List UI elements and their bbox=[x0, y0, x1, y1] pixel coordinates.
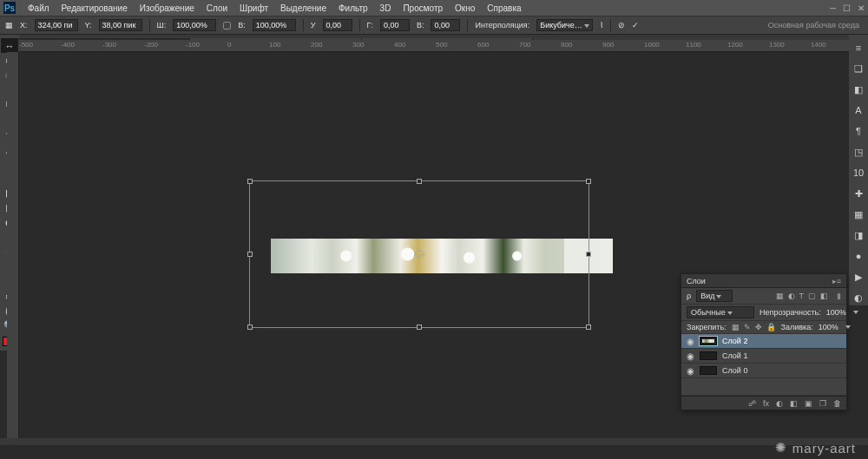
ruler-tick: -500 bbox=[19, 41, 33, 49]
panel-1-icon[interactable]: ≡ bbox=[851, 40, 866, 56]
opt-h-field[interactable]: 100,00% bbox=[253, 19, 296, 31]
opt-x-field[interactable]: 324,00 пи bbox=[35, 19, 78, 31]
filter-type-icon[interactable]: T bbox=[799, 292, 805, 300]
menu-select[interactable]: Выделение bbox=[280, 3, 326, 13]
ruler-tick: 500 bbox=[436, 41, 447, 49]
panel-6-icon[interactable]: ◳ bbox=[851, 144, 866, 160]
layers-panel-footer: ☍fx◐◧▣❐🗑 bbox=[681, 396, 846, 410]
menu-layers[interactable]: Слои bbox=[207, 3, 227, 13]
layer-mask-icon[interactable]: ◐ bbox=[776, 399, 783, 408]
transform-handle-tm[interactable] bbox=[417, 179, 422, 184]
panel-2-icon[interactable]: ❑ bbox=[851, 61, 866, 76]
delete-layer-icon[interactable]: 🗑 bbox=[833, 399, 841, 408]
panel-dock: ≡❑◧A¶◳10✚▦◨●▶◐ bbox=[849, 35, 868, 305]
fill-value[interactable]: 100% bbox=[819, 323, 838, 331]
layers-panel-title[interactable]: Слои ▸≡ bbox=[681, 274, 846, 288]
filter-shape-icon[interactable]: ▢ bbox=[808, 292, 816, 300]
layer-visibility-icon[interactable]: ◉ bbox=[687, 366, 694, 376]
cancel-transform-icon[interactable]: ⊘ bbox=[618, 21, 625, 30]
layer-filter-dropdown[interactable]: Вид bbox=[696, 290, 733, 302]
menu-view[interactable]: Просмотр bbox=[403, 3, 443, 13]
opt-angle-field[interactable]: 0,00 bbox=[323, 19, 352, 31]
transform-handle-br[interactable] bbox=[586, 325, 591, 330]
lock-position-icon[interactable]: ✥ bbox=[755, 323, 762, 331]
panel-11-icon[interactable]: ● bbox=[851, 248, 866, 264]
menu-filter[interactable]: Фильтр bbox=[339, 3, 368, 13]
layer-visibility-icon[interactable]: ◉ bbox=[687, 351, 694, 361]
layer-thumbnail[interactable] bbox=[700, 366, 717, 375]
menu-help[interactable]: Справка bbox=[487, 3, 521, 13]
layer-group-icon[interactable]: ▣ bbox=[805, 399, 812, 408]
commit-transform-icon[interactable]: ✓ bbox=[632, 21, 639, 30]
ruler-tick: 1300 bbox=[769, 41, 785, 49]
layer-filter-type-icon[interactable]: ρ bbox=[687, 292, 691, 300]
warp-mode-icon[interactable]: ⌇ bbox=[600, 21, 603, 30]
options-bar: ▦ X: 324,00 пи Y: 38,00 пик Ш: 100,00% В… bbox=[0, 16, 868, 35]
panel-13-icon[interactable]: ◐ bbox=[851, 290, 866, 305]
opt-w-field[interactable]: 100,00% bbox=[173, 19, 216, 31]
menu-edit[interactable]: Редактирование bbox=[62, 3, 128, 13]
fill-dropdown-icon[interactable] bbox=[845, 325, 851, 329]
lock-paint-icon[interactable]: ✎ bbox=[744, 323, 751, 331]
window-minimize-icon[interactable]: ─ bbox=[830, 3, 836, 13]
lock-all-icon[interactable]: 🔒 bbox=[766, 323, 776, 331]
opt-angle-label: У bbox=[311, 21, 316, 30]
transform-handle-tr[interactable] bbox=[586, 179, 591, 184]
transform-handle-bm[interactable] bbox=[417, 325, 422, 330]
ruler-vertical bbox=[7, 52, 19, 438]
opt-skew-v-field[interactable]: 0,00 bbox=[431, 19, 460, 31]
transform-reference-icon[interactable]: ▦ bbox=[5, 21, 13, 30]
lock-pixels-icon[interactable]: ▦ bbox=[732, 323, 740, 331]
filter-toggle-icon[interactable]: ▮ bbox=[837, 292, 841, 300]
layer-name[interactable]: Слой 1 bbox=[722, 351, 747, 360]
menu-type[interactable]: Шрифт bbox=[240, 3, 268, 13]
menu-window[interactable]: Окно bbox=[455, 3, 475, 13]
panel-9-icon[interactable]: ▦ bbox=[851, 207, 866, 222]
layer-visibility-icon[interactable]: ◉ bbox=[687, 337, 694, 346]
transform-handle-bl[interactable] bbox=[247, 325, 253, 330]
layer-thumbnail[interactable] bbox=[700, 351, 717, 360]
panel-4-icon[interactable]: A bbox=[851, 102, 866, 118]
adjustment-layer-icon[interactable]: ◧ bbox=[790, 399, 798, 408]
opacity-value[interactable]: 100% bbox=[826, 308, 846, 317]
ruler-tick: -100 bbox=[186, 41, 200, 49]
layer-fx-icon[interactable]: fx bbox=[763, 399, 769, 408]
link-layers-icon[interactable]: ☍ bbox=[748, 399, 756, 408]
transform-handle-tl[interactable] bbox=[247, 179, 253, 184]
move-tool[interactable]: ↔ bbox=[1, 38, 18, 53]
workspace-picker[interactable]: Основная рабочая среда bbox=[768, 21, 859, 30]
ruler-tick: 800 bbox=[561, 41, 572, 49]
panel-3-icon[interactable]: ◧ bbox=[851, 82, 866, 97]
opt-interp-dropdown[interactable]: Бикубиче… bbox=[536, 19, 592, 31]
document-canvas[interactable] bbox=[271, 239, 613, 273]
panel-8-icon[interactable]: ✚ bbox=[851, 186, 866, 201]
layer-row[interactable]: ◉Слой 0 bbox=[681, 364, 846, 378]
opt-y-field[interactable]: 38,00 пик bbox=[99, 19, 142, 31]
panel-menu-icon[interactable]: ▸≡ bbox=[832, 277, 841, 285]
layer-name[interactable]: Слой 0 bbox=[722, 366, 747, 375]
filter-pixel-icon[interactable]: ▦ bbox=[776, 292, 784, 300]
layer-row[interactable]: ◉Слой 1 bbox=[681, 349, 846, 364]
window-maximize-icon[interactable]: ☐ bbox=[843, 3, 851, 13]
opacity-dropdown-icon[interactable] bbox=[853, 311, 858, 314]
layer-name[interactable]: Слой 2 bbox=[722, 337, 747, 345]
menu-image[interactable]: Изображение bbox=[140, 3, 194, 13]
ruler-tick: 200 bbox=[311, 41, 322, 49]
filter-adjust-icon[interactable]: ◐ bbox=[788, 292, 795, 300]
blend-mode-dropdown[interactable]: Обычные bbox=[687, 306, 754, 318]
window-close-icon[interactable]: ✕ bbox=[858, 3, 865, 13]
opt-skew-h-field[interactable]: 0,00 bbox=[380, 19, 410, 31]
panel-10-icon[interactable]: ◨ bbox=[851, 227, 866, 243]
panel-5-icon[interactable]: ¶ bbox=[851, 123, 866, 139]
filter-smart-icon[interactable]: ◧ bbox=[820, 292, 828, 300]
link-wh-icon[interactable] bbox=[223, 22, 231, 30]
layer-row[interactable]: ◉Слой 2 bbox=[681, 334, 846, 349]
panel-7-icon[interactable]: 10 bbox=[851, 165, 866, 180]
menu-file[interactable]: Файл bbox=[28, 3, 49, 13]
menu-3d[interactable]: 3D bbox=[380, 3, 391, 13]
new-layer-icon[interactable]: ❐ bbox=[819, 399, 826, 408]
layer-thumbnail[interactable] bbox=[700, 337, 717, 345]
transform-handle-ml[interactable] bbox=[247, 252, 253, 257]
ruler-tick: 100 bbox=[269, 41, 280, 49]
panel-12-icon[interactable]: ▶ bbox=[851, 269, 866, 285]
